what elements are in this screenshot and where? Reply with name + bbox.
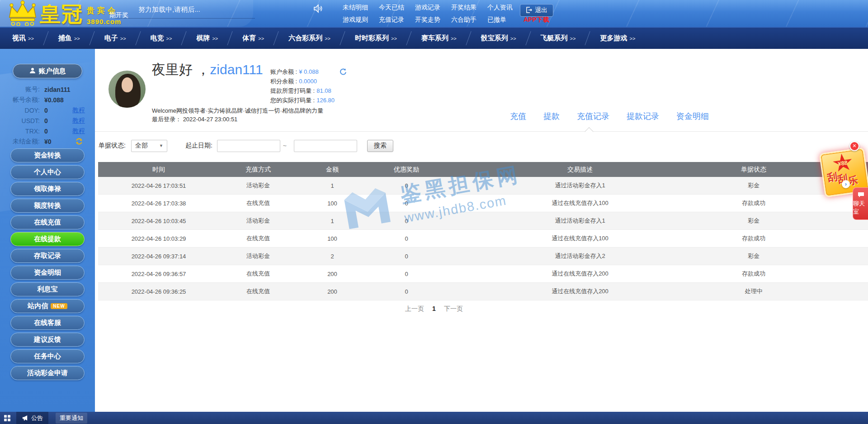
current-page[interactable]: 1 [432, 305, 436, 313]
record-tab[interactable]: 充值记录 [577, 111, 609, 122]
apps-grid-icon[interactable] [4, 414, 11, 422]
header-link[interactable]: APP下载 [524, 16, 549, 24]
sidebar-item[interactable]: 在线充值 [10, 215, 85, 229]
sidebar-item[interactable]: 资金明细 [10, 266, 85, 280]
sidebar-item[interactable]: 领取俸禄 [10, 182, 85, 196]
table-cell: 0 [368, 182, 445, 189]
refresh-icon[interactable] [75, 138, 83, 145]
sidebar-item[interactable]: 资金转换 [10, 148, 85, 162]
header-link[interactable]: 已撤单 [487, 16, 513, 24]
nav-item[interactable]: 六合彩系列>> [276, 28, 343, 49]
header-link[interactable]: 六合助手 [451, 16, 476, 24]
table-column-header: 单据状态 [715, 166, 793, 174]
account-info-panel: 账号:zidan111帐号余额:¥0.088DOY:0教程USDT:0教程TRX… [0, 84, 95, 147]
announcement-button[interactable]: 公告 [16, 412, 48, 424]
chevrons-icon: >> [391, 36, 397, 41]
nav-item-label: 视讯 [12, 34, 26, 43]
account-info-value: 0 [44, 128, 65, 135]
table-row: 2022-04-26 10:03:29在线充值1000通过在线充值存入100存款… [98, 230, 868, 248]
greeting-username: zidan111 [210, 62, 263, 77]
nav-item[interactable]: 更多游戏>> [588, 28, 647, 49]
chat-label-char: 天 [859, 200, 865, 207]
record-tab[interactable]: 资金明细 [676, 111, 709, 122]
table-cell: 2022-04-26 10:03:29 [98, 235, 219, 242]
sidebar-item[interactable]: 站内信NEW [10, 299, 85, 313]
header-link[interactable]: 个人资讯 [487, 4, 513, 12]
header-link[interactable]: 未结明细 [343, 4, 368, 12]
nav-item-label: 棋牌 [196, 34, 210, 43]
sidebar-item[interactable]: 建议反馈 [10, 333, 85, 347]
account-info-label: USDT: [0, 117, 40, 124]
records-table: 时间充值方式金额优惠奖励交易描述单据状态备注 2022-04-26 17:03:… [98, 162, 868, 300]
nav-item[interactable]: 捕鱼>> [46, 28, 92, 49]
nav-item[interactable]: 骰宝系列>> [469, 28, 528, 49]
logo-title: 皇冠 [40, 1, 83, 27]
header-link[interactable]: 游戏记录 [415, 4, 440, 12]
site-logo[interactable]: 皇冠 贵宾会 3890.com [5, 0, 121, 28]
refresh-balance-icon[interactable] [339, 68, 347, 77]
logout-icon [526, 7, 532, 14]
stat-label: 提款所需打码量 : [270, 87, 315, 95]
sidebar: 账户信息 账号:zidan111帐号余额:¥0.088DOY:0教程USDT:0… [0, 49, 95, 412]
pagination: 上一页 1 下一页 [98, 305, 770, 313]
footer-notice-item[interactable]: 重要通知 [56, 413, 87, 424]
record-tabs: 充值提款充值记录提款记录资金明细 [510, 111, 709, 122]
close-icon[interactable]: × [849, 141, 859, 151]
account-info-label: 账户信息 [39, 67, 66, 76]
sidebar-item[interactable]: 在线提款 [10, 232, 85, 246]
sidebar-item[interactable]: 在线客服 [10, 316, 85, 330]
stat-value: 126.80 [316, 97, 335, 104]
nav-item[interactable]: 视讯>> [0, 28, 46, 49]
record-tab[interactable]: 提款记录 [627, 111, 659, 122]
main-content: 夜里好 ，zidan111 账户余额 :¥ 0.088积分余额 :0.0000提… [95, 49, 868, 412]
sidebar-item[interactable]: 个人中心 [10, 165, 85, 179]
table-column-header: 金额 [297, 166, 368, 174]
header-link[interactable]: 开奖走势 [415, 16, 440, 24]
sidebar-item[interactable]: 活动彩金申请 [10, 366, 85, 380]
main-nav: 视讯>>捕鱼>>电子>>电竞>>棋牌>>体育>>六合彩系列>>时时彩系列>>赛车… [0, 27, 868, 49]
chat-room-tab[interactable]: 聊天室 [853, 187, 868, 220]
table-cell: 0 [368, 271, 445, 277]
record-tab[interactable]: 充值 [510, 111, 526, 122]
search-button[interactable]: 搜索 [367, 140, 393, 152]
tutorial-link[interactable]: 教程 [72, 106, 85, 114]
chevrons-icon: >> [325, 36, 330, 41]
logout-button[interactable]: 退出 [520, 4, 553, 17]
last-login-value: 2022-04-27 23:00:51 [183, 116, 238, 123]
widget-handle[interactable]: › [842, 180, 850, 188]
tutorial-link[interactable]: 教程 [72, 117, 85, 125]
record-tab[interactable]: 提款 [543, 111, 560, 122]
nav-item[interactable]: 电竞>> [138, 28, 184, 49]
section-divider [95, 131, 868, 132]
nav-item[interactable]: 时时彩系列>> [343, 28, 409, 49]
sidebar-item[interactable]: 额度转换 [10, 199, 85, 213]
nav-item[interactable]: 棋牌>> [184, 28, 230, 49]
nav-item[interactable]: 体育>> [230, 28, 276, 49]
header-link[interactable]: 开奖结果 [451, 4, 476, 12]
announcement-label: 公告 [31, 414, 43, 422]
table-cell: 通过活动彩金存入1 [445, 217, 715, 225]
speaker-icon[interactable] [313, 4, 323, 15]
chevrons-icon: >> [258, 36, 264, 41]
table-cell: 在线充值 [219, 270, 297, 278]
table-column-header: 交易描述 [445, 166, 715, 174]
table-cell: 处理中 [715, 287, 793, 295]
prev-page-button[interactable]: 上一页 [405, 305, 424, 313]
date-start-input[interactable] [217, 140, 280, 152]
status-select[interactable]: 全部 ▼ [131, 140, 167, 152]
nav-item[interactable]: 飞艇系列>> [528, 28, 588, 49]
header-link[interactable]: 游戏规则 [343, 16, 368, 24]
next-page-button[interactable]: 下一页 [444, 305, 463, 313]
tutorial-link[interactable]: 教程 [72, 127, 85, 135]
sidebar-item[interactable]: 利息宝 [10, 282, 85, 296]
sidebar-item[interactable]: 任务中心 [10, 349, 85, 363]
header-link[interactable]: 充值记录 [379, 16, 404, 24]
chat-icon [858, 192, 864, 198]
nav-item[interactable]: 电子>> [92, 28, 138, 49]
date-end-input[interactable] [294, 140, 357, 152]
nav-item[interactable]: 赛车系列>> [409, 28, 469, 49]
table-cell: 0 [368, 253, 445, 260]
account-info-button[interactable]: 账户信息 [13, 64, 82, 78]
header-link[interactable]: 今天已结 [379, 4, 404, 12]
sidebar-item[interactable]: 存取记录 [10, 249, 85, 263]
